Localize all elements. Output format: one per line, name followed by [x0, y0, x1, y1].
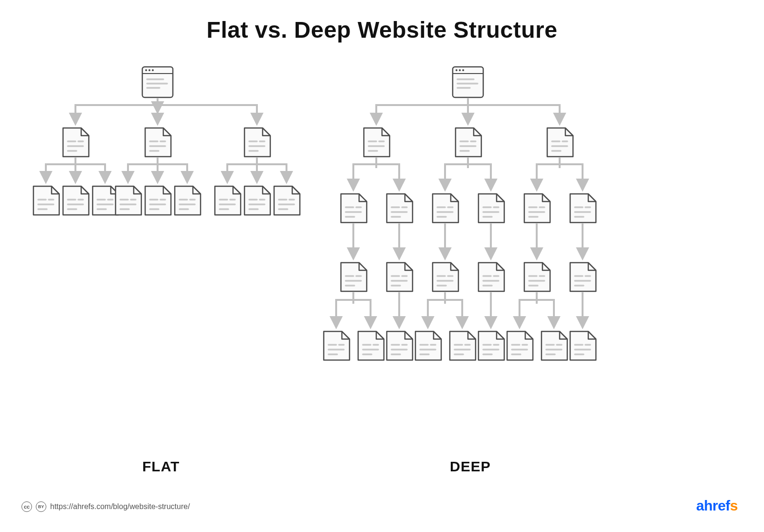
page-icon	[145, 186, 171, 215]
page-icon	[145, 128, 171, 157]
footer-attribution: cc BY https://ahrefs.com/blog/website-st…	[21, 501, 190, 512]
footer-url: https://ahrefs.com/blog/website-structur…	[50, 502, 190, 511]
page-icon	[478, 331, 504, 360]
page-icon	[387, 263, 413, 291]
page-icon	[324, 331, 350, 360]
flat-tree	[33, 67, 300, 215]
cc-by-icon: BY	[36, 501, 46, 512]
page-icon	[175, 186, 201, 215]
page-icon	[433, 194, 458, 223]
page-icon	[215, 186, 241, 215]
page-icon	[358, 331, 384, 360]
page-icon	[387, 194, 413, 223]
page-icon	[570, 194, 596, 223]
page-icon	[524, 263, 550, 291]
page-icon	[244, 186, 270, 215]
page-icon	[341, 194, 367, 223]
page-icon	[570, 263, 596, 291]
page-icon	[415, 331, 441, 360]
page-icon	[570, 331, 596, 360]
page-icon	[244, 128, 270, 157]
flat-label: FLAT	[142, 458, 180, 475]
page-icon	[387, 331, 413, 360]
browser-icon	[453, 67, 483, 97]
page-icon	[63, 186, 89, 215]
page-icon	[341, 263, 367, 291]
page-icon	[478, 194, 504, 223]
page-icon	[524, 194, 550, 223]
page-icon	[33, 186, 59, 215]
page-icon	[274, 186, 300, 215]
page-icon	[478, 263, 504, 291]
page-icon	[63, 128, 89, 157]
deep-label: DEEP	[450, 458, 491, 475]
cc-icon: cc	[21, 501, 32, 512]
page-icon	[450, 331, 476, 360]
brand-logo: ahrefs	[696, 498, 738, 514]
page-icon	[364, 128, 390, 157]
browser-icon	[142, 67, 173, 97]
page-icon	[541, 331, 567, 360]
page-icon	[547, 128, 573, 157]
deep-tree	[324, 67, 596, 360]
page-icon	[433, 263, 458, 291]
page-icon	[456, 128, 481, 157]
page-icon	[507, 331, 533, 360]
page-icon	[116, 186, 141, 215]
page-icon	[93, 186, 118, 215]
diagram-canvas	[0, 0, 764, 532]
